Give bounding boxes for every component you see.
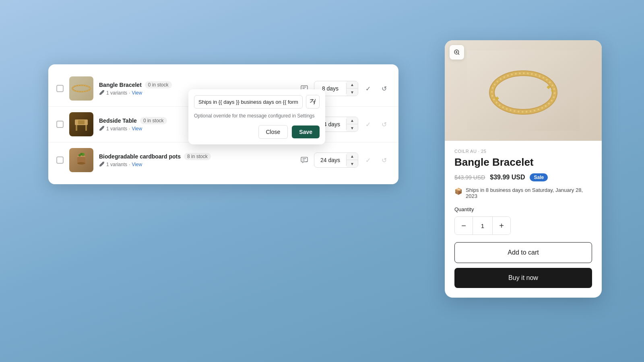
days-control-pots: 24 days ▲ ▼ xyxy=(314,152,358,168)
variants-table: 1 variants xyxy=(106,126,127,132)
message-popup: Optional override for the message config… xyxy=(188,89,325,144)
confirm-btn-table[interactable]: ✓ xyxy=(361,118,374,131)
stock-badge-pots: 8 in stock xyxy=(184,153,211,160)
edit-icon-pots xyxy=(99,162,105,167)
view-link-table[interactable]: View xyxy=(132,126,142,132)
product-info-pots: Biodegradable cardboard pots 8 in stock … xyxy=(99,153,292,167)
days-up-pots[interactable]: ▲ xyxy=(347,153,358,160)
quantity-increase-button[interactable]: + xyxy=(493,217,510,234)
variants-bangle: 1 variants xyxy=(106,90,127,96)
preview-image-container xyxy=(445,40,602,141)
days-down-bangle[interactable]: ▼ xyxy=(347,88,358,96)
edit-icon-bangle xyxy=(99,90,105,96)
days-up-bangle[interactable]: ▲ xyxy=(347,81,358,88)
reset-btn-bangle[interactable]: ↺ xyxy=(378,82,390,95)
sale-price: $39.99 USD xyxy=(490,174,525,181)
message-icon-btn-pots[interactable] xyxy=(298,154,311,167)
days-up-table[interactable]: ▲ xyxy=(347,117,358,124)
preview-card: COILR AU · 25 Bangle Bracelet $43.99 USD… xyxy=(445,40,602,298)
svg-rect-24 xyxy=(467,50,580,131)
stock-badge-bangle: 0 in stock xyxy=(145,81,172,88)
shipping-text: Ships in 8 business days on Saturday, Ja… xyxy=(466,187,592,199)
svg-rect-6 xyxy=(76,125,77,131)
edit-icon-table xyxy=(99,126,105,132)
product-name-table: Bedside Table xyxy=(99,117,137,124)
confirm-btn-bangle[interactable]: ✓ xyxy=(361,82,374,95)
shipping-info: 📦 Ships in 8 business days on Saturday, … xyxy=(454,187,592,199)
message-hint: Optional override for the message config… xyxy=(194,113,320,119)
close-button[interactable]: Close xyxy=(258,125,288,139)
quantity-decrease-button[interactable]: − xyxy=(455,217,473,234)
days-stepper-bangle: ▲ ▼ xyxy=(347,81,358,96)
view-link-pots[interactable]: View xyxy=(132,162,142,167)
quantity-value: 1 xyxy=(473,217,493,234)
product-checkbox-pots[interactable] xyxy=(56,156,64,164)
product-image-bangle xyxy=(69,76,93,101)
shipping-icon: 📦 xyxy=(454,187,462,195)
days-stepper-table: ▲ ▼ xyxy=(347,117,358,132)
buy-now-button[interactable]: Buy it now xyxy=(454,268,592,288)
product-name-pots: Biodegradable cardboard pots xyxy=(99,153,181,160)
product-meta-pots: 1 variants · View xyxy=(99,162,292,167)
product-image-pots xyxy=(69,148,93,172)
view-link-bangle[interactable]: View xyxy=(132,90,142,96)
product-checkbox-table[interactable] xyxy=(56,121,64,128)
product-actions-pots: 24 days ▲ ▼ ✓ ↺ xyxy=(298,152,390,168)
add-to-cart-button[interactable]: Add to cart xyxy=(454,242,592,263)
days-down-table[interactable]: ▼ xyxy=(347,124,358,132)
svg-rect-8 xyxy=(78,120,85,124)
product-checkbox-bangle[interactable] xyxy=(56,85,64,92)
price-row: $43.99 USD $39.99 USD Sale xyxy=(454,173,592,181)
bracelet-preview-image xyxy=(467,50,580,131)
message-input[interactable] xyxy=(194,95,303,109)
days-down-pots[interactable]: ▼ xyxy=(347,160,358,167)
message-input-row xyxy=(194,95,320,109)
confirm-btn-pots[interactable]: ✓ xyxy=(361,154,374,167)
preview-product-name: Bangle Bracelet xyxy=(454,156,592,169)
product-company: COILR AU · 25 xyxy=(454,149,592,154)
svg-point-0 xyxy=(72,85,90,92)
quantity-label: Quantity xyxy=(454,206,592,212)
sale-badge: Sale xyxy=(530,173,548,181)
stock-badge-table: 0 in stock xyxy=(140,117,167,124)
zoom-button[interactable] xyxy=(450,45,464,60)
preview-content: COILR AU · 25 Bangle Bracelet $43.99 USD… xyxy=(445,141,602,298)
reset-btn-table[interactable]: ↺ xyxy=(378,118,390,131)
svg-point-17 xyxy=(80,153,83,155)
save-button[interactable]: Save xyxy=(292,125,320,138)
product-image-table xyxy=(69,112,93,136)
svg-point-14 xyxy=(77,162,85,165)
days-stepper-pots: ▲ ▼ xyxy=(347,153,358,167)
svg-rect-7 xyxy=(85,125,87,131)
days-value-pots: 24 days xyxy=(314,154,347,166)
original-price: $43.99 USD xyxy=(454,174,485,181)
quantity-control: − 1 + xyxy=(454,216,511,235)
reset-btn-pots[interactable]: ↺ xyxy=(378,154,390,167)
product-name-bangle: Bangle Bracelet xyxy=(99,82,142,88)
popup-actions: Close Save xyxy=(194,125,320,139)
variants-pots: 1 variants xyxy=(106,162,127,167)
translate-button[interactable] xyxy=(306,95,320,109)
product-row-pots: Biodegradable cardboard pots 8 in stock … xyxy=(48,142,398,178)
